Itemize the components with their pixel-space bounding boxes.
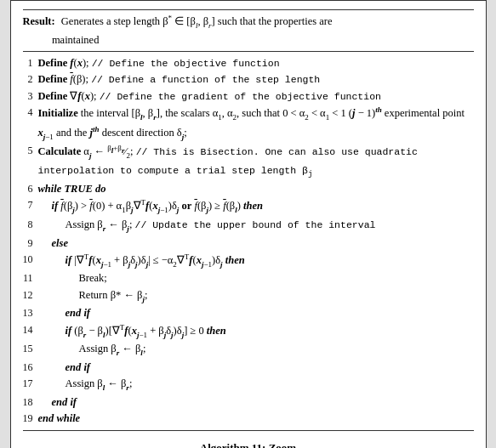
line-content: else — [38, 235, 474, 252]
line-2: 2Define f(β); // Define a function of th… — [23, 71, 474, 88]
line-number: 3 — [23, 88, 38, 105]
line-content: Assign βr ← βl; — [38, 341, 474, 359]
line-number: 16 — [23, 360, 38, 376]
line-number: 17 — [23, 376, 38, 392]
line-4: 4Initialize the interval [βl, βr], the s… — [23, 105, 474, 143]
result-text: Generates a step length β* ∈ [βl, βr] su… — [23, 15, 333, 45]
line-content: if |∇Tf(xj−1 + βjδj)δj| ≤ −α2∇Tf(xj−1)δj… — [38, 252, 474, 271]
line-number: 14 — [23, 322, 38, 338]
line-8: 8Assign βr ← βj; // Update the upper bou… — [23, 217, 474, 235]
line-content: if f(βj) > f(0) + α1βj∇Tf(xj−1)δj or f(β… — [38, 197, 474, 217]
line-19: 19end while — [23, 411, 474, 427]
line-content: Define f(x); // Define the objective fun… — [38, 55, 474, 71]
line-16: 16end if — [23, 360, 474, 376]
line-number: 4 — [23, 105, 38, 121]
line-number: 18 — [23, 394, 38, 411]
line-17: 17Assign βl ← βr; — [23, 376, 474, 394]
line-content: Return β* ← βj; — [38, 287, 474, 305]
line-6: 6while TRUE do — [23, 181, 474, 197]
result-label: Result: — [23, 15, 55, 27]
line-content: Initialize the interval [βl, βr], the sc… — [38, 105, 474, 143]
line-number: 19 — [23, 411, 38, 427]
line-number: 11 — [23, 270, 38, 286]
line-number: 15 — [23, 341, 38, 357]
algorithm-lines: 1Define f(x); // Define the objective fu… — [23, 55, 474, 427]
line-content: Define f(β); // Define a function of the… — [38, 71, 474, 88]
line-content: Break; — [38, 270, 474, 286]
line-11: 11Break; — [23, 270, 474, 286]
line-10: 10if |∇Tf(xj−1 + βjδj)δj| ≤ −α2∇Tf(xj−1)… — [23, 252, 474, 271]
line-content: end if — [38, 394, 474, 411]
line-3: 3Define ∇f(x); // Define the gradient of… — [23, 88, 474, 105]
line-number: 13 — [23, 305, 38, 321]
line-18: 18end if — [23, 394, 474, 411]
line-number: 1 — [23, 55, 38, 71]
line-number: 6 — [23, 181, 38, 197]
line-7: 7if f(βj) > f(0) + α1βj∇Tf(xj−1)δj or f(… — [23, 197, 474, 217]
line-number: 2 — [23, 71, 38, 88]
line-content: end while — [38, 411, 474, 427]
result-block: Result: Generates a step length β* ∈ [βl… — [23, 9, 474, 52]
line-13: 13end if — [23, 305, 474, 321]
line-15: 15Assign βr ← βl; — [23, 341, 474, 359]
line-9: 9else — [23, 235, 474, 252]
line-content: if (βr − βl)[∇Tf(xj−1 + βjδj)δj] ≥ 0 the… — [38, 322, 474, 342]
line-number: 12 — [23, 287, 38, 303]
line-content: end if — [38, 305, 474, 321]
line-content: end if — [38, 360, 474, 376]
algorithm-box: Result: Generates a step length β* ∈ [βl… — [10, 0, 487, 448]
algo-footer: Algorithm 11: Zoom — [23, 430, 474, 448]
line-number: 10 — [23, 252, 38, 268]
line-content: while TRUE do — [38, 181, 474, 197]
line-number: 9 — [23, 235, 38, 252]
line-content: Define ∇f(x); // Define the gradient of … — [38, 88, 474, 105]
line-content: Assign βl ← βr; — [38, 376, 474, 394]
line-12: 12Return β* ← βj; — [23, 287, 474, 305]
line-number: 5 — [23, 143, 38, 159]
line-number: 8 — [23, 217, 38, 233]
line-1: 1Define f(x); // Define the objective fu… — [23, 55, 474, 71]
line-5: 5Calculate αj ← βl+βr⁄2; // This is Bise… — [23, 143, 474, 181]
algo-title: Algorithm 11: Zoom — [23, 439, 474, 448]
line-14: 14if (βr − βl)[∇Tf(xj−1 + βjδj)δj] ≥ 0 t… — [23, 322, 474, 342]
line-content: Calculate αj ← βl+βr⁄2; // This is Bisec… — [38, 143, 474, 181]
line-number: 7 — [23, 197, 38, 213]
line-content: Assign βr ← βj; // Update the upper boun… — [38, 217, 474, 235]
